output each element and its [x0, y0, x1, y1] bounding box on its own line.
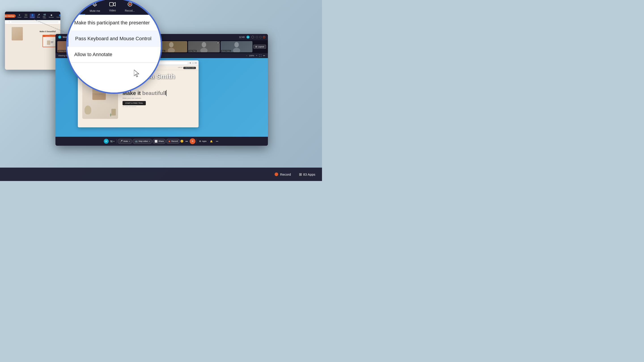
window-icon	[251, 36, 254, 38]
share-button-main[interactable]: ⬜ Share	[152, 139, 166, 144]
participant-record-umar: ⏺	[217, 41, 219, 44]
record-button-main[interactable]: ⏺ Record	[166, 139, 180, 144]
mute-button-small[interactable]: 🎤 Mute	[36, 14, 41, 18]
stop-video-chevron[interactable]: ▼	[148, 141, 150, 142]
recorder-button-small[interactable]: ⏺ Recoder	[48, 14, 54, 18]
magnifier-container: Assign Mute me	[66, 0, 162, 94]
participant-name-umar: Umar Patel	[188, 50, 196, 52]
taskbar-apps[interactable]: ⊞ 83 Apps	[297, 171, 318, 178]
mute-button-main[interactable]: 🎤 Mute ▼	[118, 139, 132, 144]
apps-icon: ⊞	[199, 140, 201, 142]
allow-annotate-item[interactable]: Allow to Annotate	[68, 47, 160, 62]
share-button-small[interactable]: ⬛ Share	[24, 14, 28, 18]
svg-point-17	[233, 48, 240, 52]
video-button-magnified[interactable]: Video	[105, 0, 120, 14]
participants-button-small[interactable]: 👥 Participants	[56, 14, 60, 18]
record-button-magnified[interactable]: Recod...	[120, 0, 139, 14]
sq-nav-buttons: LOG IN CREATE A SITE	[178, 67, 196, 69]
zoom-level: 100%	[249, 54, 254, 57]
small-browser-bar: ← → ↺	[5, 20, 60, 24]
layout-icon: ⊞	[255, 45, 257, 48]
zoom-plus[interactable]: +	[256, 54, 257, 57]
svg-point-15	[200, 48, 208, 52]
participants-icon-small: 👥	[59, 14, 60, 16]
maximize-button[interactable]	[260, 36, 262, 38]
magnifier-cursor	[134, 70, 141, 79]
status-icon: W	[246, 35, 250, 39]
product-img-small	[12, 27, 23, 40]
more-button[interactable]: •••	[184, 139, 189, 143]
svg-point-13	[168, 48, 175, 52]
end-call-icon: ✕	[192, 140, 194, 143]
stop-sharing-button[interactable]: Stop sharing	[5, 14, 16, 18]
video-icon-magnified	[109, 2, 116, 8]
svg-rect-4	[51, 41, 54, 42]
browser-bookmark-icon[interactable]: ☆	[192, 62, 194, 64]
mute-icon-magnified	[92, 1, 98, 8]
log-in-button[interactable]: LOG IN	[178, 67, 182, 69]
titlebar-right: 12:40 W ✕	[239, 35, 265, 39]
magnifier-toolbar: Assign Mute me	[67, 0, 161, 15]
svg-point-26	[129, 3, 131, 5]
trial-button[interactable]: START A FREE TRIAL	[122, 101, 146, 105]
sq-headline-small: Make it beautifull	[40, 30, 56, 33]
more-options-button[interactable]: •••	[214, 139, 220, 143]
participant-darren[interactable]: Darren Owens	[221, 41, 252, 52]
notifications-button[interactable]: 🔔	[209, 139, 214, 143]
participant-umar[interactable]: ⏺ Umar Patel	[188, 41, 220, 52]
mute-me-button-magnified[interactable]: Mute me	[85, 0, 105, 14]
webex-small-logo-toolbar[interactable]: W	[104, 139, 109, 144]
pass-keyboard-item[interactable]: Pass Keyboard and Mouse Control	[68, 31, 160, 47]
browser-more-icon[interactable]: •••	[195, 62, 197, 64]
stop-video-icon-small: 📹	[43, 13, 46, 16]
stop-video-button-main[interactable]: 📹 Stop video ▼	[132, 139, 152, 144]
create-site-button[interactable]: CREATE A SITE	[183, 67, 196, 69]
decor-1	[84, 105, 91, 114]
layout-button[interactable]: ⊞ Layout	[253, 45, 266, 49]
more-options-icon: •••	[216, 140, 218, 143]
pause-button-small[interactable]: ⏸ Pause	[17, 14, 22, 18]
fit-icon[interactable]: ⛶	[259, 54, 262, 57]
end-call-button[interactable]: ✕	[190, 138, 196, 144]
mute-me-label: Mute me	[90, 9, 100, 12]
recorder-icon-small: ⏺	[50, 14, 53, 16]
apps-button[interactable]: ⊞ Apps	[198, 139, 208, 143]
hero-subtext: Make your own website.	[122, 97, 194, 99]
small-toolbar: Stop sharing ⏸ Pause ⬛ Share 👤 Assign 🎤 …	[5, 12, 60, 20]
share-icon-small: ⬛	[24, 14, 27, 16]
no-credit-text: No credit card required.	[122, 106, 194, 107]
assign-button-magnified[interactable]: Assign	[67, 0, 85, 15]
bell-icon: 🔔	[210, 140, 213, 143]
assign-icon-magnified	[73, 1, 79, 8]
more-dots-icon: •••	[185, 140, 188, 143]
pause-icon: ⏸	[18, 14, 21, 16]
svg-point-16	[234, 42, 239, 47]
svg-point-14	[202, 42, 206, 47]
assign-button-small[interactable]: 👤 Assign	[30, 14, 35, 18]
taskbar: Record ⊞ 83 Apps	[0, 168, 322, 181]
plant-decor	[109, 112, 112, 118]
toolbar-sep-2	[196, 139, 196, 143]
emoji-reaction[interactable]: 😊	[180, 140, 184, 143]
camera-icon-small: 📷	[110, 140, 113, 143]
viewing-controls: − 100% + ⛶ ✏	[246, 54, 265, 57]
svg-rect-23	[110, 2, 113, 6]
browser-share-icon[interactable]: ⬆	[190, 62, 191, 64]
webex-logo-icon: W	[58, 35, 61, 39]
small-url-bar[interactable]	[11, 21, 58, 23]
magnifier-dropdown: Make this participant the presenter Pass…	[67, 15, 161, 63]
mute-chevron[interactable]: ▼	[128, 141, 130, 142]
close-button[interactable]: ✕	[263, 36, 265, 38]
camera-selector[interactable]: 📷 ▼	[110, 140, 115, 143]
stop-video-button-small[interactable]: 📹 Stop Video	[42, 13, 47, 19]
small-content-area: ← → ↺ Make it beautifull Make your You a…	[5, 20, 60, 70]
make-presenter-item[interactable]: Make this participant the presenter	[68, 15, 160, 31]
minimize-button[interactable]	[256, 36, 258, 38]
camera-chevron: ▼	[113, 141, 115, 142]
cursor-blink: l	[164, 90, 166, 96]
clock: 12:40	[239, 36, 245, 38]
zoom-minus[interactable]: −	[246, 54, 247, 57]
annotation-icon[interactable]: ✏	[263, 54, 265, 57]
browser-toolbar-icons: ⬆ ☆ •••	[190, 62, 197, 64]
taskbar-record[interactable]: Record	[272, 171, 293, 178]
